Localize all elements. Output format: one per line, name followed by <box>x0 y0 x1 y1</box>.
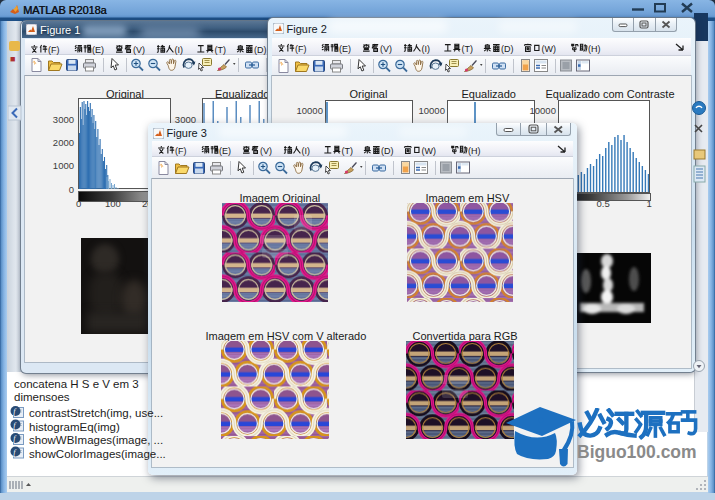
svg-text:■: ■ <box>10 54 15 64</box>
